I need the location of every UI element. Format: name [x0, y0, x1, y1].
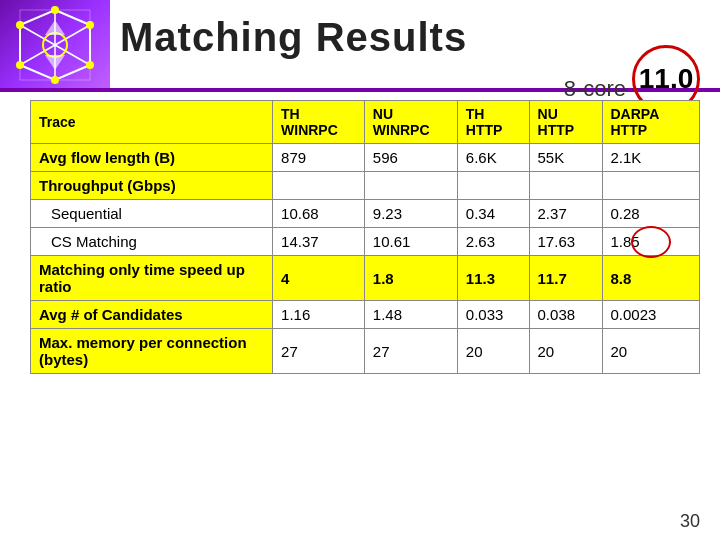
- logo: [0, 0, 110, 90]
- row-data-cell: 11.3: [457, 256, 529, 301]
- row-data-cell: 1.48: [364, 301, 457, 329]
- table-row: Matching only time speed up ratio41.811.…: [31, 256, 700, 301]
- row-data-cell: [529, 172, 602, 200]
- row-data-cell: [457, 172, 529, 200]
- row-label-cell: Sequential: [31, 200, 273, 228]
- svg-point-10: [16, 61, 24, 69]
- svg-marker-12: [45, 20, 65, 35]
- table-row: Max. memory per connection (bytes)272720…: [31, 329, 700, 374]
- row-data-cell: 20: [602, 329, 700, 374]
- row-data-cell: 27: [364, 329, 457, 374]
- col-header-nu-winrpc: NU WINRPC: [364, 101, 457, 144]
- page-title: Matching Results: [120, 15, 700, 60]
- row-data-cell: 10.61: [364, 228, 457, 256]
- svg-point-11: [16, 21, 24, 29]
- table-header-row: Trace TH WINRPC NU WINRPC TH HTTP NU HTT…: [31, 101, 700, 144]
- row-data-cell: 0.34: [457, 200, 529, 228]
- col-header-nu-http: NU HTTP: [529, 101, 602, 144]
- col-header-th-winrpc: TH WINRPC: [273, 101, 365, 144]
- core-label: 8-core: [564, 76, 626, 102]
- col-header-darpa-http: DARPA HTTP: [602, 101, 700, 144]
- row-data-cell: 1.16: [273, 301, 365, 329]
- table-row: Avg flow length (B)8795966.6K55K2.1K: [31, 144, 700, 172]
- row-data-cell: 9.23: [364, 200, 457, 228]
- row-data-cell: 20: [457, 329, 529, 374]
- svg-point-8: [86, 61, 94, 69]
- svg-point-6: [51, 6, 59, 14]
- table-row: Avg # of Candidates1.161.480.0330.0380.0…: [31, 301, 700, 329]
- results-table: Trace TH WINRPC NU WINRPC TH HTTP NU HTT…: [30, 100, 700, 374]
- row-data-cell: 0.033: [457, 301, 529, 329]
- row-label-cell: Matching only time speed up ratio: [31, 256, 273, 301]
- row-data-cell: 17.63: [529, 228, 602, 256]
- row-data-cell: 6.6K: [457, 144, 529, 172]
- row-data-cell: 4: [273, 256, 365, 301]
- row-data-cell: [273, 172, 365, 200]
- core-value: 11.0: [639, 63, 694, 95]
- row-data-cell: 0.0023: [602, 301, 700, 329]
- row-data-cell: [364, 172, 457, 200]
- row-data-cell: 1.85: [602, 228, 700, 256]
- row-data-cell: 20: [529, 329, 602, 374]
- table-row: Sequential10.689.230.342.370.28: [31, 200, 700, 228]
- row-data-cell: 879: [273, 144, 365, 172]
- row-data-cell: 596: [364, 144, 457, 172]
- page: Matching Results 8-core 11.0 Trace TH WI…: [0, 0, 720, 540]
- col-header-trace: Trace: [31, 101, 273, 144]
- results-table-container: Trace TH WINRPC NU WINRPC TH HTTP NU HTT…: [30, 100, 700, 374]
- title-area: Matching Results: [120, 15, 700, 60]
- table-row: Throughput (Gbps): [31, 172, 700, 200]
- row-data-cell: 14.37: [273, 228, 365, 256]
- row-label-cell: Max. memory per connection (bytes): [31, 329, 273, 374]
- row-data-cell: 0.038: [529, 301, 602, 329]
- row-data-cell: 10.68: [273, 200, 365, 228]
- table-row: CS Matching14.3710.612.6317.631.85: [31, 228, 700, 256]
- row-data-cell: 0.28: [602, 200, 700, 228]
- row-data-cell: 2.1K: [602, 144, 700, 172]
- row-data-cell: 2.37: [529, 200, 602, 228]
- row-label-cell: Avg # of Candidates: [31, 301, 273, 329]
- row-label-cell: Throughput (Gbps): [31, 172, 273, 200]
- svg-marker-13: [45, 55, 65, 70]
- row-data-cell: 11.7: [529, 256, 602, 301]
- svg-point-7: [86, 21, 94, 29]
- row-label-cell: Avg flow length (B): [31, 144, 273, 172]
- row-data-cell: 2.63: [457, 228, 529, 256]
- row-data-cell: 1.8: [364, 256, 457, 301]
- page-number: 30: [680, 511, 700, 532]
- row-data-cell: 55K: [529, 144, 602, 172]
- svg-point-9: [51, 76, 59, 84]
- row-label-cell: CS Matching: [31, 228, 273, 256]
- row-data-cell: 27: [273, 329, 365, 374]
- row-data-cell: 8.8: [602, 256, 700, 301]
- row-data-cell: [602, 172, 700, 200]
- col-header-th-http: TH HTTP: [457, 101, 529, 144]
